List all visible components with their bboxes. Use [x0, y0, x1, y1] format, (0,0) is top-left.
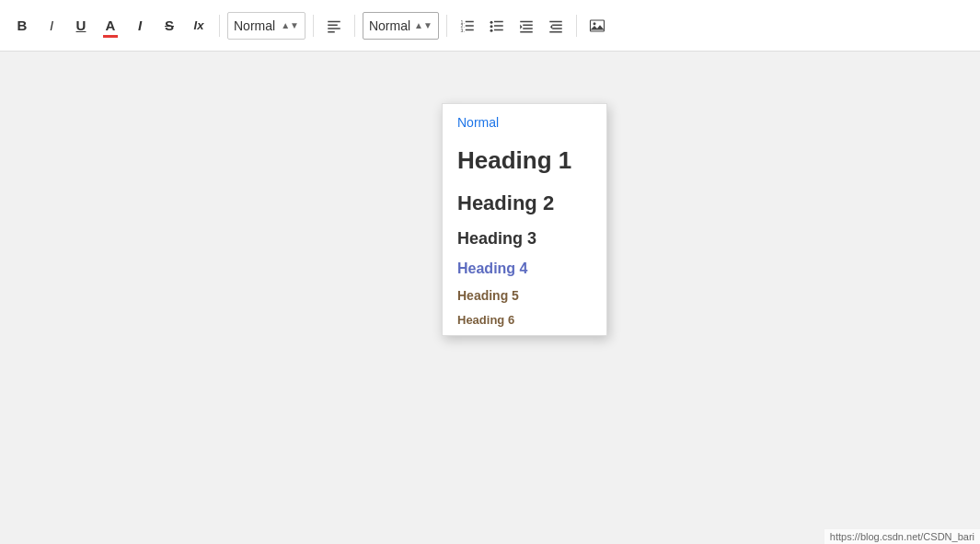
- unordered-list-icon: [489, 17, 505, 34]
- svg-point-12: [490, 25, 492, 28]
- svg-rect-7: [466, 25, 474, 27]
- heading-style-select[interactable]: Normal ▲▼: [363, 12, 439, 40]
- svg-rect-11: [494, 20, 503, 22]
- svg-rect-0: [328, 20, 340, 22]
- indent-right-icon: [518, 17, 535, 34]
- ordered-list-button[interactable]: 1. 2. 3.: [455, 12, 480, 40]
- paragraph-style-label: Normal: [234, 18, 275, 33]
- svg-marker-28: [590, 25, 604, 29]
- align-button[interactable]: [321, 12, 347, 40]
- svg-point-27: [593, 22, 595, 25]
- indent-left-icon: [548, 17, 564, 34]
- heading-style-label: Normal: [369, 18, 410, 33]
- svg-rect-16: [520, 20, 533, 22]
- image-icon: [589, 17, 605, 34]
- paragraph-style-arrow: ▲▼: [281, 20, 299, 30]
- svg-text:3.: 3.: [460, 27, 464, 32]
- svg-point-14: [490, 29, 492, 31]
- strikethrough-button[interactable]: S: [156, 12, 182, 40]
- unordered-list-button[interactable]: [484, 12, 510, 40]
- italic2-button[interactable]: I: [127, 12, 153, 40]
- svg-point-10: [490, 20, 492, 23]
- italic-button[interactable]: I: [39, 12, 64, 40]
- svg-marker-25: [550, 24, 552, 29]
- svg-rect-19: [520, 31, 533, 33]
- ordered-list-icon: 1. 2. 3.: [459, 17, 476, 34]
- dropdown-item-h3[interactable]: Heading 3: [443, 223, 606, 255]
- svg-rect-21: [549, 20, 562, 22]
- separator-1: [219, 15, 220, 37]
- svg-rect-23: [552, 28, 562, 29]
- toolbar: B I U A I S Ix Normal ▲▼ Normal ▲▼ 1. 2.…: [0, 0, 980, 52]
- svg-rect-15: [494, 29, 503, 30]
- svg-rect-22: [552, 24, 562, 26]
- separator-4: [446, 15, 447, 37]
- svg-rect-18: [523, 28, 533, 29]
- heading-style-arrow: ▲▼: [414, 20, 432, 30]
- separator-2: [313, 15, 314, 37]
- svg-rect-3: [328, 31, 335, 33]
- svg-rect-9: [466, 29, 474, 30]
- svg-rect-24: [549, 31, 562, 33]
- dropdown-item-normal[interactable]: Normal: [443, 108, 606, 137]
- separator-3: [354, 15, 355, 37]
- color-underline: [103, 35, 118, 38]
- indent-right-button[interactable]: [513, 12, 539, 40]
- dropdown-item-h6[interactable]: Heading 6: [443, 308, 606, 331]
- dropdown-item-h5[interactable]: Heading 5: [443, 283, 606, 308]
- svg-rect-2: [328, 28, 340, 29]
- svg-marker-20: [520, 24, 522, 29]
- svg-rect-13: [494, 25, 503, 27]
- svg-rect-1: [328, 24, 338, 26]
- underline-button[interactable]: U: [68, 12, 94, 40]
- dropdown-item-h1[interactable]: Heading 1: [443, 137, 606, 184]
- image-button[interactable]: [584, 12, 610, 40]
- editor-area[interactable]: Normal Heading 1 Heading 2 Heading 3 Hea…: [0, 52, 980, 544]
- text-color-button[interactable]: A: [98, 12, 123, 40]
- align-icon: [326, 17, 342, 34]
- dropdown-item-h4[interactable]: Heading 4: [443, 255, 606, 283]
- separator-5: [576, 15, 577, 37]
- clear-format-button[interactable]: Ix: [186, 12, 212, 40]
- svg-rect-5: [466, 20, 474, 22]
- url-bar: https://blog.csdn.net/CSDN_bari: [824, 529, 980, 544]
- indent-left-button[interactable]: [543, 12, 569, 40]
- bold-button[interactable]: B: [9, 12, 35, 40]
- svg-rect-17: [523, 24, 533, 26]
- paragraph-style-select[interactable]: Normal ▲▼: [227, 12, 306, 40]
- heading-style-dropdown: Normal Heading 1 Heading 2 Heading 3 Hea…: [442, 103, 607, 336]
- dropdown-item-h2[interactable]: Heading 2: [443, 184, 606, 223]
